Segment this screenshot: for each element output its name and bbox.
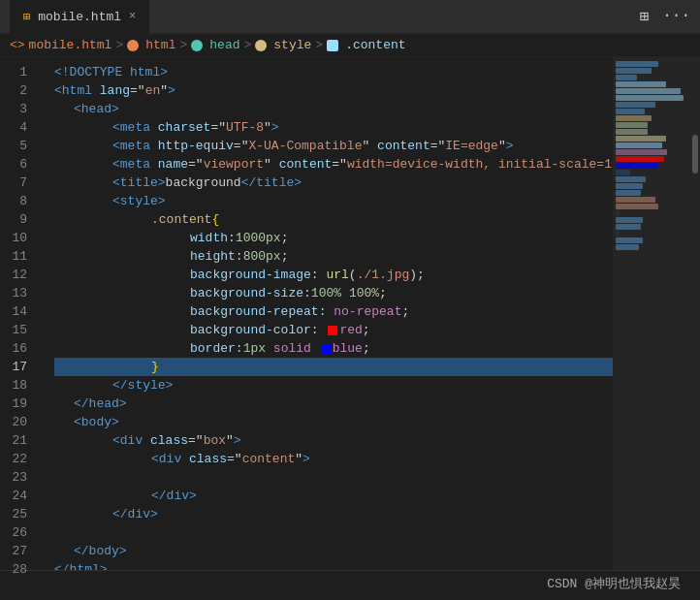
line-num-24: 24 bbox=[0, 487, 39, 505]
breadcrumb-style-label: style bbox=[273, 38, 311, 52]
line-num-20: 20 bbox=[0, 413, 39, 431]
code-line-8: <style> bbox=[54, 192, 613, 210]
line-num-21: 21 bbox=[0, 431, 39, 450]
code-line-13: background-size:100% 100%; bbox=[54, 284, 613, 302]
line-num-1: 1 bbox=[0, 63, 39, 81]
code-line-17: } bbox=[54, 358, 613, 376]
code-line-5: <meta http-equiv="X-UA-Compatible" conte… bbox=[54, 137, 613, 155]
line-num-23: 23 bbox=[0, 468, 39, 487]
editor: 1 2 3 4 5 6 7 8 9 10 11 12 13 14 15 16 1… bbox=[0, 57, 700, 570]
tab-close-button[interactable]: × bbox=[129, 10, 136, 23]
code-line-19: </head> bbox=[54, 395, 613, 413]
line-num-7: 7 bbox=[0, 174, 39, 192]
code-line-23 bbox=[54, 468, 613, 487]
code-line-2: <html lang="en"> bbox=[54, 81, 613, 100]
scrollbar-thumb[interactable] bbox=[692, 135, 698, 174]
code-line-26 bbox=[54, 523, 613, 542]
line-num-11: 11 bbox=[0, 247, 39, 266]
code-line-10: width:1000px; bbox=[54, 229, 613, 247]
code-line-7: <title>background</title> bbox=[54, 174, 613, 192]
code-line-1: <!DOCTYPE html> bbox=[54, 63, 613, 81]
breadcrumb-html-label: html bbox=[145, 38, 175, 52]
line-num-19: 19 bbox=[0, 395, 39, 413]
code-line-9: .content{ bbox=[54, 210, 613, 229]
line-num-16: 16 bbox=[0, 339, 39, 358]
content-icon bbox=[327, 40, 338, 51]
line-num-6: 6 bbox=[0, 155, 39, 174]
line-num-18: 18 bbox=[0, 376, 39, 395]
title-bar: ⊞ mobile.html × ⊞ ··· bbox=[0, 0, 700, 34]
code-line-18: </style> bbox=[54, 376, 613, 395]
breadcrumb-html[interactable]: html bbox=[127, 38, 175, 52]
breadcrumb-file[interactable]: <> mobile.html bbox=[10, 38, 111, 52]
breadcrumb-head[interactable]: head bbox=[191, 38, 239, 52]
line-num-2: 2 bbox=[0, 81, 39, 100]
layout-icon[interactable]: ⊞ bbox=[640, 7, 650, 26]
title-bar-actions: ⊞ ··· bbox=[640, 7, 690, 26]
minimap-content bbox=[613, 57, 690, 255]
line-num-17: 17 bbox=[0, 358, 39, 376]
line-num-12: 12 bbox=[0, 266, 39, 284]
line-num-4: 4 bbox=[0, 118, 39, 137]
line-num-9: 9 bbox=[0, 210, 39, 229]
blue-color-swatch bbox=[321, 344, 331, 354]
code-line-20: <body> bbox=[54, 413, 613, 431]
line-num-28: 28 bbox=[0, 560, 39, 579]
breadcrumb-sep-4: > bbox=[315, 38, 323, 52]
breadcrumb-sep-2: > bbox=[179, 38, 187, 52]
line-num-10: 10 bbox=[0, 229, 39, 247]
line-num-5: 5 bbox=[0, 137, 39, 155]
line-num-15: 15 bbox=[0, 321, 39, 339]
code-line-22: <div class="content"> bbox=[54, 450, 613, 468]
style-icon bbox=[255, 40, 267, 51]
line-num-3: 3 bbox=[0, 100, 39, 118]
line-numbers: 1 2 3 4 5 6 7 8 9 10 11 12 13 14 15 16 1… bbox=[0, 57, 39, 570]
line-num-14: 14 bbox=[0, 302, 39, 321]
line-num-27: 27 bbox=[0, 542, 39, 560]
breadcrumb-style[interactable]: style bbox=[255, 38, 311, 52]
line-num-13: 13 bbox=[0, 284, 39, 302]
code-line-15: background-color: red; bbox=[54, 321, 613, 339]
code-token: <!DOCTYPE bbox=[54, 63, 130, 81]
code-line-11: height:800px; bbox=[54, 247, 613, 266]
breadcrumb-content-label: .content bbox=[345, 38, 405, 52]
breadcrumb-sep-3: > bbox=[244, 38, 252, 52]
active-tab[interactable]: ⊞ mobile.html × bbox=[10, 0, 149, 34]
line-num-26: 26 bbox=[0, 523, 39, 542]
file-bracket-icon: <> bbox=[10, 38, 25, 52]
line-num-8: 8 bbox=[0, 192, 39, 210]
code-line-21: <div class="box"> bbox=[54, 431, 613, 450]
code-line-27: </body> bbox=[54, 542, 613, 560]
code-line-3: <head> bbox=[54, 100, 613, 118]
red-color-swatch bbox=[328, 326, 337, 335]
minimap bbox=[613, 57, 690, 570]
breadcrumb: <> mobile.html > html > head > style > .… bbox=[0, 34, 700, 57]
code-line-28: </html> bbox=[54, 560, 613, 570]
status-text: CSDN @神明也惧我赵昊 bbox=[547, 575, 681, 592]
html-icon bbox=[127, 40, 139, 51]
breadcrumb-content[interactable]: .content bbox=[327, 38, 405, 52]
tab-filename: mobile.html bbox=[38, 10, 121, 24]
scrollbar[interactable] bbox=[690, 57, 700, 570]
line-num-22: 22 bbox=[0, 450, 39, 468]
code-line-16: border:1px solid blue; bbox=[54, 339, 613, 358]
more-icon[interactable]: ··· bbox=[662, 7, 690, 26]
code-line-12: background-image: url(./1.jpg); bbox=[54, 266, 613, 284]
status-bar: CSDN @神明也惧我赵昊 bbox=[0, 570, 700, 595]
breadcrumb-filename: mobile.html bbox=[29, 38, 112, 52]
code-line-4: <meta charset="UTF-8"> bbox=[54, 118, 613, 137]
head-icon bbox=[191, 40, 203, 51]
code-line-6: <meta name="viewport" content="width=dev… bbox=[54, 155, 613, 174]
code-line-24: </div> bbox=[54, 487, 613, 505]
code-line-25: </div> bbox=[54, 505, 613, 523]
line-num-25: 25 bbox=[0, 505, 39, 523]
code-line-14: background-repeat: no-repeat; bbox=[54, 302, 613, 321]
breadcrumb-head-label: head bbox=[209, 38, 239, 52]
breadcrumb-sep-1: > bbox=[115, 38, 123, 52]
file-icon: ⊞ bbox=[23, 10, 30, 24]
code-area[interactable]: <!DOCTYPE html> <html lang="en"> <head> … bbox=[39, 57, 613, 570]
